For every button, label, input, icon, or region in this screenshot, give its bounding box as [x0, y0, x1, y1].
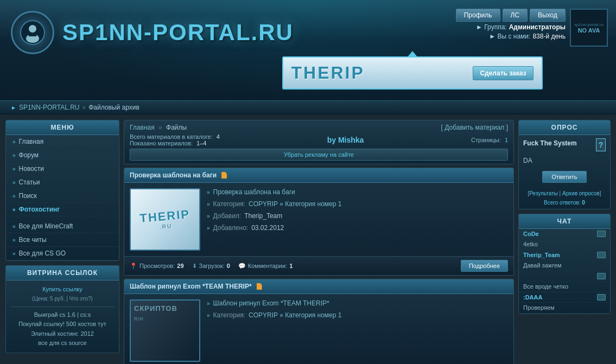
links-title: ВИТРИНА ССЫЛОК [6, 266, 119, 280]
chat-msg-icon-2[interactable] [597, 252, 606, 258]
right-sidebar: ОПРОС Fuck The System ? DA Ответить [Рез… [518, 120, 611, 364]
chat-msg-icon-3[interactable] [597, 273, 606, 279]
nav-files: Файлы [166, 124, 187, 131]
chat-message-3: Все вроде четко [519, 282, 610, 292]
sidebar-item-home[interactable]: » Главная [6, 135, 119, 149]
sidebar-item-csgo[interactable]: » Все для CS GO [6, 247, 119, 260]
views-stat: 📍 Просмотров: 29 [130, 263, 184, 270]
poll-title: ОПРОС [519, 120, 610, 135]
ad-line-1: Выиграй cs 1.6 | cs:s [10, 310, 115, 320]
category-link[interactable]: COPYRIP » Категория номер 1 [249, 200, 341, 208]
sidebar-label-photohost: Фотохостинг [19, 206, 60, 213]
sidebar-item-forum[interactable]: » Форум [6, 149, 119, 162]
poll-archive-link[interactable]: Архив опросов [562, 190, 600, 196]
profile-button[interactable]: Профиль [456, 9, 500, 22]
main-layout: МЕНЮ » Главная » Форум » Новости » Стать… [0, 114, 616, 364]
content-header: Главная » Файлы [ Добавить материал ] Вс… [124, 120, 514, 164]
file-title-text-1: Проверка шаблона на баги [130, 171, 217, 179]
file-info-1: » Проверка шаблона на баги » Категория: … [207, 188, 508, 251]
buy-link[interactable]: Купить ссылку [42, 286, 82, 292]
nav-sep: » [158, 124, 162, 131]
arrow-icon: » [207, 213, 210, 219]
chat-user-1[interactable]: CoDe [523, 231, 539, 237]
file-card-2: Шаблон рипнул Exom *TEAM THERIP* СКРИПТО… [124, 279, 514, 364]
nav-home-link[interactable]: Главная [130, 124, 155, 131]
sidebar-item-minecraft[interactable]: » Все для MineCraft [6, 220, 119, 233]
file-title-text-2: Шаблон рипнул Exom *TEAM THERIP* [130, 283, 252, 290]
file-thumb-1: THERIP.RU [130, 188, 200, 251]
file-category-row-2: » Категория: COPYRIP » Категория номер 1 [207, 311, 508, 319]
poll-answer: DA [519, 157, 610, 167]
file-name-link[interactable]: Проверка шаблона на баги [213, 188, 295, 196]
banner-logo-text: THERIP [291, 63, 365, 83]
chat-user-4[interactable]: :DAAA [523, 294, 542, 301]
ad-line-2: Покупай ссылку! 500 хостов тут [10, 320, 115, 329]
poll-section: ОПРОС Fuck The System ? DA Ответить [Рез… [518, 120, 611, 209]
location-icon: 📍 [130, 263, 137, 270]
downloads-label: Загрузок: [199, 263, 225, 269]
left-sidebar: МЕНЮ » Главная » Форум » Новости » Стать… [5, 120, 119, 364]
more-button-1[interactable]: Подробнее [461, 260, 508, 272]
sidebar-item-articles[interactable]: » Статьи [6, 176, 119, 189]
sidebar-item-cheats[interactable]: » Все читы [6, 233, 119, 247]
sidebar-item-news[interactable]: » Новости [6, 162, 119, 176]
arrow-icon: » [12, 237, 16, 243]
file-card-1: Проверка шаблона на баги THERIP.RU » Про… [124, 168, 514, 276]
poll-total-count: 0 [582, 200, 585, 206]
file-name-row-2: » Шаблон рипнул Exom *TEAM THERIP* [207, 299, 508, 307]
by-author: by Mishka [327, 136, 364, 144]
poll-vote-button[interactable]: Ответить [542, 171, 586, 183]
avatar: sp1nn-portal.ru NO AVA [570, 9, 608, 47]
file-name-row: » Проверка шаблона на баги [207, 188, 508, 196]
sidebar-label-forum: Форум [19, 151, 39, 159]
ad-line-4: все для cs source [10, 339, 115, 348]
sidebar-label-cheats: Все читы [19, 236, 47, 244]
sidebar-item-photohost[interactable]: » Фотохостинг [6, 203, 119, 216]
add-material-link[interactable]: [ Добавить материал ] [441, 124, 508, 131]
file-card-body-1: THERIP.RU » Проверка шаблона на баги » К… [124, 183, 513, 256]
poll-question: Fuck The System [519, 135, 581, 157]
file-category-row: » Категория: COPYRIP » Категория номер 1 [207, 200, 508, 208]
sidebar-label-home: Главная [19, 138, 44, 145]
site-name: SP1NN-PORTAL.RU [62, 20, 294, 46]
pages-label: Страницы: [471, 137, 501, 143]
sidebar-item-search[interactable]: » Поиск [6, 189, 119, 203]
sidebar-label-articles: Статьи [19, 178, 40, 186]
shown-label: Показано материалов: [130, 140, 193, 146]
arrow-icon: » [12, 193, 16, 199]
file-name-link-2[interactable]: Шаблон рипнул Exom *TEAM THERIP* [213, 299, 329, 307]
category-link-2[interactable]: COPYRIP » Категория номер 1 [249, 311, 341, 319]
arrow-icon: » [12, 166, 16, 172]
svg-point-1 [29, 25, 36, 33]
chat-item-4: :DAAA [519, 292, 610, 303]
logout-button[interactable]: Выход [530, 9, 566, 22]
chat-msg-icon-4[interactable] [597, 294, 606, 301]
total-label: Всего материалов в каталоге: [130, 133, 213, 140]
avatar-site-text: sp1nn-portal.ru [574, 22, 604, 27]
breadcrumb-home[interactable]: SP1NN-PORTAL.RU [19, 104, 80, 111]
sidebar-label-search: Поиск [19, 192, 37, 200]
banner-order-button[interactable]: Сделать заказ [473, 66, 533, 80]
file-date-row: » Добавлено: 03.02.2012 [207, 224, 508, 232]
ad-line-3: Элитный хостинг. 2012 [10, 329, 115, 339]
links-section: ВИТРИНА ССЫЛОК Купить ссылку (Цена: 5 ру… [5, 265, 119, 353]
content-nav: Главная » Файлы [ Добавить материал ] [130, 124, 508, 131]
buy-price: (Цена: 5 руб. | Что это?) [10, 295, 115, 303]
comments-stat: 💬 Комментарии: 1 [238, 263, 293, 270]
days-value: 838-й день [532, 33, 566, 40]
views-count: 29 [177, 263, 183, 269]
chat-user-2[interactable]: Therip_Team [523, 252, 560, 258]
breadcrumb-arrow-icon: ► [11, 105, 16, 111]
poll-results-link[interactable]: Результаты [529, 190, 558, 196]
ad-bar[interactable]: Убрать рекламу на сайте [130, 149, 508, 161]
chat-msg-icon-1[interactable] [597, 231, 606, 237]
file-card-title-1: Проверка шаблона на баги [124, 168, 513, 183]
thumb-text-2: СКРИПТОВRIP. [134, 304, 177, 323]
content-stats: Всего материалов в каталоге: 4 Показано … [130, 133, 508, 146]
banner-section: THERIP Сделать заказ [282, 56, 543, 90]
chat-message-4: Проверяем [519, 303, 610, 314]
author-value: Therip_Team [244, 212, 282, 220]
messages-button[interactable]: ЛС [503, 9, 528, 22]
thumb-logo-1: THERIP.RU [139, 207, 191, 232]
file-card-body-2: СКРИПТОВRIP. » Шаблон рипнул Exom *TEAM … [124, 294, 513, 364]
